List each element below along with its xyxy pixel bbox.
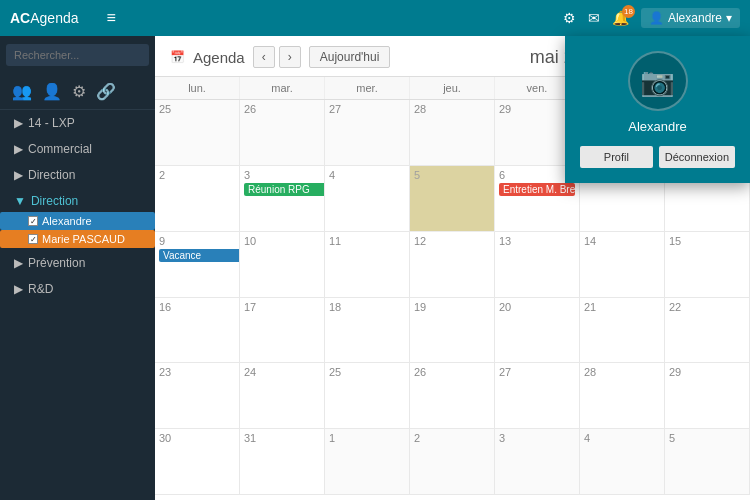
group-icon[interactable]: 👥 — [12, 82, 32, 101]
sidebar-item-direction-collapsed[interactable]: ▶ Direction — [0, 162, 155, 188]
table-row[interactable]: 28 — [580, 363, 665, 429]
popup-username: Alexandre — [580, 119, 735, 134]
table-row[interactable]: 31 — [240, 429, 325, 495]
table-row[interactable]: 13 — [495, 232, 580, 298]
table-row[interactable]: 16 — [155, 298, 240, 364]
sidebar-item-lxp[interactable]: ▶ 14 - LXP — [0, 110, 155, 136]
agenda-title: Agenda — [193, 49, 245, 66]
menu-icon[interactable]: ≡ — [107, 9, 116, 27]
settings-icon[interactable]: ⚙ — [563, 10, 576, 26]
sidebar-item-rd[interactable]: ▶ R&D — [0, 276, 155, 302]
table-row[interactable]: 27 — [325, 100, 410, 166]
table-row[interactable]: 24 — [240, 363, 325, 429]
app-logo: ACAgenda — [10, 10, 79, 26]
topbar: ACAgenda ≡ ⚙ ✉ 🔔 18 👤 Alexandre ▾ — [0, 0, 750, 36]
sidebar-label: 14 - LXP — [28, 116, 75, 130]
table-row[interactable]: 23 — [155, 363, 240, 429]
sidebar-label: Direction — [28, 168, 75, 182]
table-row[interactable]: 26 — [410, 363, 495, 429]
table-row[interactable]: 29 — [665, 363, 750, 429]
topbar-right: ⚙ ✉ 🔔 18 👤 Alexandre ▾ — [563, 8, 740, 28]
table-row[interactable]: 27 — [495, 363, 580, 429]
bell-icon[interactable]: 🔔 18 — [612, 10, 629, 26]
arrow-icon: ▶ — [14, 116, 23, 130]
popup-avatar: 📷 — [628, 51, 688, 111]
col-mar: mar. — [240, 77, 325, 99]
calendar-icon: 📅 — [170, 50, 185, 64]
search-input[interactable] — [6, 44, 149, 66]
profil-button[interactable]: Profil — [580, 146, 653, 168]
table-row[interactable]: 19 — [410, 298, 495, 364]
sidebar-child-marie[interactable]: Marie PASCAUD — [0, 230, 155, 248]
arrow-icon: ▼ — [14, 194, 26, 208]
table-row[interactable]: 3 Réunion RPG — [240, 166, 325, 232]
today-button[interactable]: Aujourd'hui — [309, 46, 391, 68]
table-row[interactable]: 14 — [580, 232, 665, 298]
col-mer: mer. — [325, 77, 410, 99]
user-avatar-icon: 👤 — [649, 11, 664, 25]
person-icon[interactable]: 👤 — [42, 82, 62, 101]
user-menu[interactable]: 👤 Alexandre ▾ — [641, 8, 740, 28]
arrow-icon: ▶ — [14, 282, 23, 296]
sidebar-label: Commercial — [28, 142, 92, 156]
sidebar-label: Prévention — [28, 256, 85, 270]
arrow-icon: ▶ — [14, 168, 23, 182]
check-alexandre — [28, 216, 38, 226]
check-marie — [28, 234, 38, 244]
logout-button[interactable]: Déconnexion — [659, 146, 735, 168]
table-row[interactable]: 25 — [155, 100, 240, 166]
col-lun: lun. — [155, 77, 240, 99]
sidebar-item-prevention[interactable]: ▶ Prévention — [0, 250, 155, 276]
username-label: Alexandre — [668, 11, 722, 25]
col-jeu: jeu. — [410, 77, 495, 99]
list-item[interactable]: Entretien M. Bret — [499, 183, 575, 196]
table-row[interactable]: 3 — [495, 429, 580, 495]
gear-icon[interactable]: ⚙ — [72, 82, 86, 101]
child-label: Marie PASCAUD — [42, 233, 125, 245]
arrow-icon: ▶ — [14, 256, 23, 270]
table-row[interactable]: 15 — [665, 232, 750, 298]
table-row[interactable]: 11 — [325, 232, 410, 298]
table-row[interactable]: 20 — [495, 298, 580, 364]
list-item[interactable]: Réunion RPG — [244, 183, 325, 196]
table-row[interactable]: 21 — [580, 298, 665, 364]
user-popup: 📷 Alexandre Profil Déconnexion — [565, 36, 750, 183]
popup-buttons: Profil Déconnexion — [580, 146, 735, 168]
sidebar-item-direction-expanded: ▼ Direction Alexandre Marie PASCAUD — [0, 188, 155, 250]
table-row[interactable]: 2 — [410, 429, 495, 495]
table-row[interactable]: 12 — [410, 232, 495, 298]
mail-icon[interactable]: ✉ — [588, 10, 600, 26]
nav-buttons: ‹ › — [253, 46, 301, 68]
table-row[interactable]: 4 — [580, 429, 665, 495]
sidebar-item-commercial[interactable]: ▶ Commercial — [0, 136, 155, 162]
table-row[interactable]: 9 Vacance — [155, 232, 240, 298]
sidebar-child-alexandre[interactable]: Alexandre — [0, 212, 155, 230]
table-row[interactable]: 5 — [410, 166, 495, 232]
table-row[interactable]: 17 — [240, 298, 325, 364]
link-icon[interactable]: 🔗 — [96, 82, 116, 101]
table-row[interactable]: 1 — [325, 429, 410, 495]
table-row[interactable]: 5 — [665, 429, 750, 495]
table-row[interactable]: 4 — [325, 166, 410, 232]
dropdown-arrow: ▾ — [726, 11, 732, 25]
sidebar-label: R&D — [28, 282, 53, 296]
nav-next-button[interactable]: › — [279, 46, 301, 68]
camera-icon: 📷 — [640, 65, 675, 98]
list-item[interactable]: Vacance — [159, 249, 240, 262]
table-row[interactable]: 2 — [155, 166, 240, 232]
table-row[interactable]: 30 — [155, 429, 240, 495]
table-row[interactable]: 10 — [240, 232, 325, 298]
nav-prev-button[interactable]: ‹ — [253, 46, 275, 68]
sidebar: 👥 👤 ⚙ 🔗 ▶ 14 - LXP ▶ Commercial ▶ Direct… — [0, 36, 155, 500]
table-row[interactable]: 25 — [325, 363, 410, 429]
table-row[interactable]: 18 — [325, 298, 410, 364]
table-row[interactable]: 26 — [240, 100, 325, 166]
search-container — [0, 36, 155, 74]
notification-badge: 18 — [622, 5, 635, 18]
sidebar-icon-row: 👥 👤 ⚙ 🔗 — [0, 74, 155, 110]
table-row[interactable]: 22 — [665, 298, 750, 364]
topbar-left: ACAgenda ≡ — [10, 9, 116, 27]
arrow-icon: ▶ — [14, 142, 23, 156]
child-label: Alexandre — [42, 215, 92, 227]
table-row[interactable]: 28 — [410, 100, 495, 166]
